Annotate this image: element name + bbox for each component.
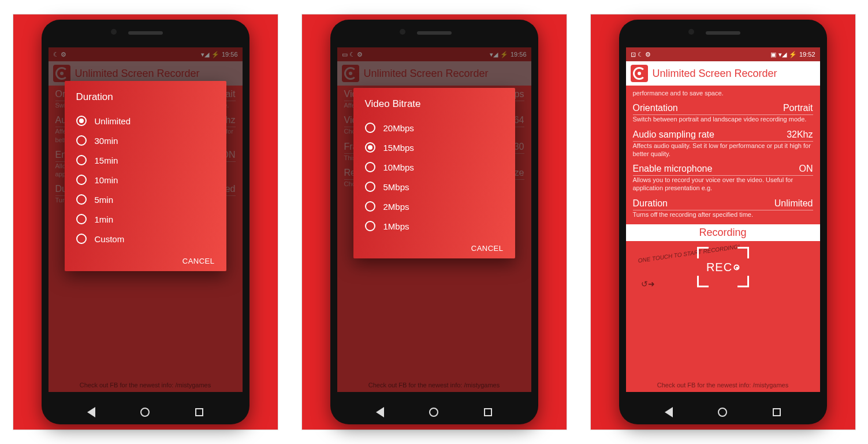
radio-option[interactable]: 20Mbps: [365, 118, 504, 138]
radio-option[interactable]: 1Mbps: [365, 216, 504, 236]
radio-label: 1min: [95, 214, 114, 224]
radio-option[interactable]: 30min: [76, 131, 215, 150]
android-navbar: [330, 407, 538, 417]
radio-label: 15min: [95, 156, 118, 165]
hint-arrow-icon: ↺➜: [641, 279, 655, 288]
mic-desc: Allows you to record your voice over the…: [633, 176, 813, 193]
audio-value: 32Khz: [787, 130, 813, 140]
status-left-icons: ⊡ ☾ ⚙: [631, 51, 651, 58]
radio-label: 1Mbps: [383, 221, 409, 231]
radio-label: 10min: [95, 175, 118, 185]
dialog-title: Video Bitrate: [365, 98, 504, 110]
radio-icon: [76, 194, 87, 205]
fb-footer: Check out FB for the newest info: /misty…: [626, 382, 820, 388]
radio-option[interactable]: Unlimited: [76, 111, 215, 131]
radio-option[interactable]: 2Mbps: [365, 197, 504, 216]
app-title: Unlimited Screen Recorder: [653, 68, 777, 80]
audio-row[interactable]: Audio sampling rate32Khz: [633, 130, 813, 142]
battery-icon: ⚡: [789, 51, 797, 58]
radio-option[interactable]: Custom: [76, 229, 215, 249]
radio-icon: [76, 116, 87, 126]
nav-back-icon[interactable]: [87, 407, 95, 417]
nav-back-icon[interactable]: [376, 407, 384, 417]
radio-option[interactable]: 1min: [76, 209, 215, 229]
audio-label: Audio sampling rate: [633, 130, 714, 140]
nav-back-icon[interactable]: [665, 407, 673, 417]
radio-option[interactable]: 5Mbps: [365, 177, 504, 197]
radio-label: Unlimited: [95, 116, 131, 126]
radio-icon: [365, 221, 375, 231]
radio-icon: [76, 135, 87, 146]
phone-frame: ☾ ⚙ ▾◢⚡19:56 Unlimited Screen Recorder O…: [42, 20, 249, 424]
orientation-desc: Switch between portrait and landscape vi…: [633, 115, 813, 123]
duration-row[interactable]: DurationUnlimited: [633, 198, 813, 210]
dialog-title: Duration: [76, 91, 215, 103]
mic-row[interactable]: Enable microphoneON: [633, 164, 813, 176]
radio-icon: [365, 123, 375, 133]
nav-recent-icon[interactable]: [773, 408, 781, 416]
nav-recent-icon[interactable]: [484, 408, 492, 416]
android-navbar: [42, 407, 249, 417]
radio-icon: [76, 175, 87, 185]
radio-label: Custom: [95, 234, 125, 244]
phone-frame: ▭ ☾ ⚙ ▾◢⚡19:56 Unlimited Screen Recorder…: [330, 20, 538, 424]
nav-home-icon[interactable]: [140, 408, 150, 417]
rec-text: REC: [706, 261, 732, 274]
orientation-value: Portrait: [783, 103, 813, 113]
nav-recent-icon[interactable]: [195, 408, 203, 416]
panel-bitrate-dialog: ▭ ☾ ⚙ ▾◢⚡19:56 Unlimited Screen Recorder…: [301, 14, 567, 430]
record-area: ONE TOUCH TO START RECORDING! ↺➜ REC: [633, 247, 813, 290]
screen: ⊡ ☾ ⚙ ▣▾◢⚡19:52 Unlimited Screen Recorde…: [626, 47, 820, 392]
mic-value: ON: [799, 164, 813, 174]
radio-option[interactable]: 15min: [76, 150, 215, 170]
cancel-button[interactable]: CANCEL: [182, 257, 215, 265]
status-time: 19:52: [799, 51, 815, 58]
wifi-icon: ▾◢: [778, 51, 787, 58]
nav-home-icon[interactable]: [429, 408, 438, 417]
radio-option[interactable]: 15Mbps: [365, 138, 504, 157]
radio-label: 2Mbps: [383, 202, 409, 212]
audio-desc: Affects audio quality. Set it low for pe…: [633, 142, 813, 158]
phone-frame: ⊡ ☾ ⚙ ▣▾◢⚡19:52 Unlimited Screen Recorde…: [619, 20, 827, 424]
radio-option[interactable]: 10Mbps: [365, 157, 504, 177]
app-logo-icon: [631, 65, 648, 82]
record-button[interactable]: REC: [697, 247, 749, 287]
rec-dot-icon: [733, 264, 739, 270]
panel-main: ⊡ ☾ ⚙ ▣▾◢⚡19:52 Unlimited Screen Recorde…: [590, 14, 856, 430]
radio-label: 30min: [95, 136, 118, 146]
radio-icon: [365, 142, 375, 153]
cast-icon: ▣: [770, 51, 776, 58]
screen: ▭ ☾ ⚙ ▾◢⚡19:56 Unlimited Screen Recorder…: [337, 47, 531, 392]
mic-label: Enable microphone: [633, 164, 713, 174]
nav-home-icon[interactable]: [718, 408, 727, 417]
radio-icon: [76, 214, 87, 224]
android-navbar: [619, 407, 827, 417]
screen: ☾ ⚙ ▾◢⚡19:56 Unlimited Screen Recorder O…: [49, 47, 243, 392]
orientation-label: Orientation: [633, 103, 678, 113]
bitrate-dialog: Video Bitrate 20Mbps15Mbps10Mbps5Mbps2Mb…: [353, 88, 515, 258]
radio-option[interactable]: 10min: [76, 170, 215, 190]
radio-icon: [76, 155, 87, 165]
perf-note: performance and to save space.: [633, 89, 813, 97]
radio-label: 20Mbps: [383, 123, 414, 133]
cancel-button[interactable]: CANCEL: [471, 244, 504, 253]
panel-duration-dialog: ☾ ⚙ ▾◢⚡19:56 Unlimited Screen Recorder O…: [13, 14, 278, 430]
duration-dialog: Duration Unlimited30min15min10min5min1mi…: [65, 81, 226, 271]
settings-content: performance and to save space. Orientati…: [626, 86, 820, 293]
orientation-row[interactable]: OrientationPortrait: [633, 103, 813, 115]
radio-label: 5Mbps: [383, 182, 409, 192]
radio-icon: [365, 162, 375, 172]
radio-label: 10Mbps: [383, 162, 414, 172]
radio-option[interactable]: 5min: [76, 190, 215, 209]
radio-icon: [76, 234, 87, 244]
app-header: Unlimited Screen Recorder: [626, 61, 820, 86]
recording-section-header: Recording: [626, 224, 820, 241]
radio-label: 15Mbps: [383, 143, 414, 153]
radio-icon: [365, 182, 375, 192]
duration-label: Duration: [633, 198, 668, 209]
duration-value: Unlimited: [774, 198, 813, 209]
duration-desc: Turns off the recording after specified …: [633, 210, 813, 219]
radio-icon: [365, 201, 375, 212]
radio-label: 5min: [95, 195, 114, 205]
status-bar: ⊡ ☾ ⚙ ▣▾◢⚡19:52: [626, 47, 820, 61]
